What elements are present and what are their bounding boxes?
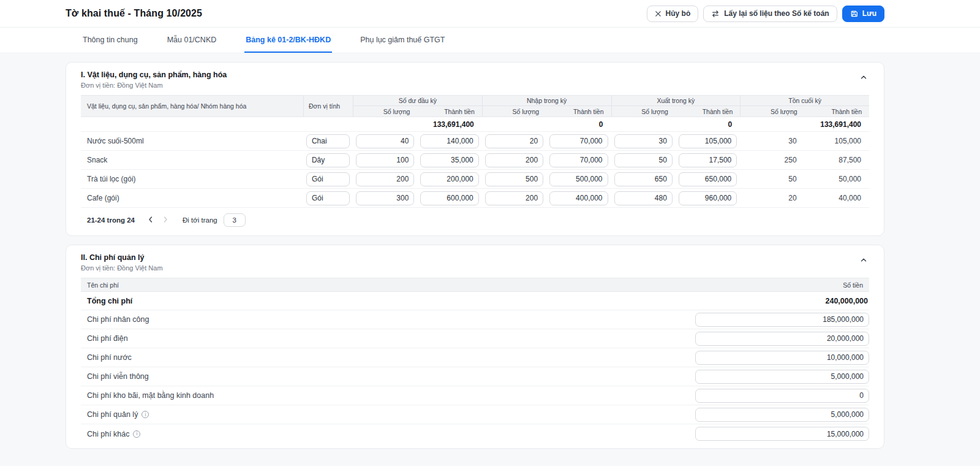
out-amount-input[interactable] — [679, 153, 737, 167]
out-qty-input[interactable] — [614, 191, 673, 205]
expenses-total-amount: 240,000,000 — [825, 297, 868, 305]
col-header-closing: Tồn cuối kỳ — [740, 96, 869, 106]
opening-amount-input[interactable] — [420, 191, 478, 205]
col-header-out: Xuất trong kỳ — [611, 96, 741, 106]
topbar-actions: Hủy bỏ Lấy lại số liệu theo Số kế toán L… — [647, 6, 884, 22]
tab-mau-01-cnkd[interactable]: Mẫu 01/CNKD — [166, 28, 218, 53]
expense-row: Chi phí nhân công — [81, 310, 869, 329]
unit-input[interactable] — [306, 172, 350, 186]
in-qty-input[interactable] — [485, 134, 543, 148]
cancel-button-label: Hủy bỏ — [666, 9, 691, 18]
save-button-label: Lưu — [862, 9, 876, 18]
col-header-expense-amount: Số tiền — [843, 281, 863, 289]
out-amount-input[interactable] — [679, 191, 737, 205]
out-qty-input[interactable] — [614, 172, 673, 186]
out-qty-input[interactable] — [614, 153, 673, 167]
topbar: Tờ khai thuế - Tháng 10/2025 Hủy bỏ Lấy … — [0, 0, 980, 28]
collapse-inventory-button[interactable] — [858, 71, 869, 86]
expense-amount-input[interactable] — [695, 408, 869, 422]
expense-amount-input[interactable] — [695, 389, 869, 403]
cancel-button[interactable]: Hủy bỏ — [647, 6, 699, 22]
tab-bang-ke-01-2[interactable]: Bảng kê 01-2/BK-HĐKD — [244, 28, 332, 53]
tab-thong-tin-chung[interactable]: Thông tin chung — [81, 28, 139, 53]
out-amount-input[interactable] — [679, 134, 737, 148]
in-amount-input[interactable] — [549, 153, 608, 167]
inventory-row: Cafe (gói) 20 40,000 — [81, 189, 869, 208]
item-name: Nước suối-500ml — [81, 137, 303, 145]
closing-qty: 30 — [740, 137, 804, 145]
opening-qty-input[interactable] — [356, 191, 414, 205]
opening-qty-input[interactable] — [356, 134, 414, 148]
expense-label: Chi phí viễn thông — [87, 372, 149, 381]
closing-qty: 20 — [740, 194, 804, 202]
in-qty-input[interactable] — [485, 153, 543, 167]
info-icon[interactable]: i — [133, 430, 140, 438]
expense-row: Chi phí kháci — [81, 424, 869, 443]
expense-amount-input[interactable] — [695, 313, 869, 327]
total-in-amount: 0 — [546, 120, 611, 129]
opening-qty-input[interactable] — [356, 153, 414, 167]
expenses-section-title: II. Chi phí quản lý — [81, 253, 163, 262]
expenses-total-row: Tổng chi phí 240,000,000 — [81, 292, 869, 310]
closing-qty: 250 — [740, 156, 804, 164]
closing-amount: 40,000 — [805, 194, 869, 202]
unit-input[interactable] — [306, 134, 350, 148]
inventory-section: I. Vật liệu, dụng cụ, sản phẩm, hàng hóa… — [66, 62, 884, 236]
save-button[interactable]: Lưu — [842, 6, 884, 22]
in-qty-input[interactable] — [485, 191, 543, 205]
item-name: Trà túi lọc (gói) — [81, 175, 303, 183]
expense-row: Chi phí nước — [81, 348, 869, 367]
col-header-unit: Đơn vị tính — [303, 96, 353, 116]
opening-amount-input[interactable] — [420, 172, 478, 186]
inventory-currency-note: Đơn vị tiền: Đồng Việt Nam — [81, 82, 227, 89]
total-opening-amount: 133,691,400 — [417, 120, 481, 129]
collapse-expenses-button[interactable] — [858, 253, 869, 269]
expense-label: Chi phí kho bãi, mặt bằng kinh doanh — [87, 391, 214, 400]
in-amount-input[interactable] — [549, 172, 608, 186]
in-qty-input[interactable] — [485, 172, 543, 186]
col-header-opening: Số dư đầu kỳ — [353, 96, 482, 106]
in-amount-input[interactable] — [549, 134, 608, 148]
out-qty-input[interactable] — [614, 134, 673, 148]
tab-phu-luc-giam-thue[interactable]: Phụ lục giảm thuế GTGT — [359, 28, 446, 53]
col-header-opening-amount: Thành tiền — [417, 106, 481, 116]
expense-amount-input[interactable] — [695, 370, 869, 384]
expense-amount-input[interactable] — [695, 332, 869, 346]
opening-qty-input[interactable] — [356, 172, 414, 186]
opening-amount-input[interactable] — [420, 134, 478, 148]
col-header-closing-qty: Số lượng — [740, 106, 804, 116]
expense-amount-input[interactable] — [695, 427, 869, 441]
chevron-up-icon — [859, 257, 868, 266]
inventory-table-header: Vật liệu, dụng cụ, sản phẩm, hàng hóa/ N… — [81, 95, 869, 117]
unit-input[interactable] — [306, 153, 350, 167]
info-icon[interactable]: i — [141, 411, 149, 418]
expense-row: Chi phí viễn thông — [81, 367, 869, 386]
expense-amount-input[interactable] — [695, 351, 869, 365]
item-name: Snack — [81, 156, 303, 164]
expense-row: Chi phí điện — [81, 329, 869, 348]
expenses-currency-note: Đơn vị tiền: Đồng Việt Nam — [81, 264, 163, 272]
expense-label: Chi phí nhân công — [87, 315, 149, 324]
total-out-amount: 0 — [676, 120, 740, 129]
chevron-right-icon — [162, 216, 169, 225]
col-header-in: Nhập trong kỳ — [482, 96, 611, 106]
goto-page-input[interactable] — [224, 213, 246, 227]
expense-label: Chi phí điện — [87, 334, 128, 343]
swap-arrows-icon — [711, 10, 720, 18]
col-header-name: Vật liệu, dụng cụ, sản phẩm, hàng hóa/ N… — [81, 96, 303, 116]
prev-page-button[interactable] — [143, 215, 158, 226]
expenses-table-header: Tên chi phí Số tiền — [81, 278, 869, 292]
out-amount-input[interactable] — [679, 172, 737, 186]
goto-page-label: Đi tới trang — [183, 216, 217, 224]
inventory-row: Trà túi lọc (gói) 50 50,000 — [81, 170, 869, 189]
col-header-out-amount: Thành tiền — [676, 106, 740, 116]
col-header-out-qty: Số lượng — [611, 106, 676, 116]
opening-amount-input[interactable] — [420, 153, 478, 167]
item-name: Cafe (gói) — [81, 194, 303, 202]
in-amount-input[interactable] — [549, 191, 608, 205]
expense-row: Chi phí kho bãi, mặt bằng kinh doanh — [81, 386, 869, 405]
col-header-in-amount: Thành tiền — [546, 106, 611, 116]
next-page-button[interactable] — [158, 215, 173, 226]
refresh-data-button[interactable]: Lấy lại số liệu theo Số kế toán — [703, 6, 837, 22]
unit-input[interactable] — [306, 191, 350, 205]
